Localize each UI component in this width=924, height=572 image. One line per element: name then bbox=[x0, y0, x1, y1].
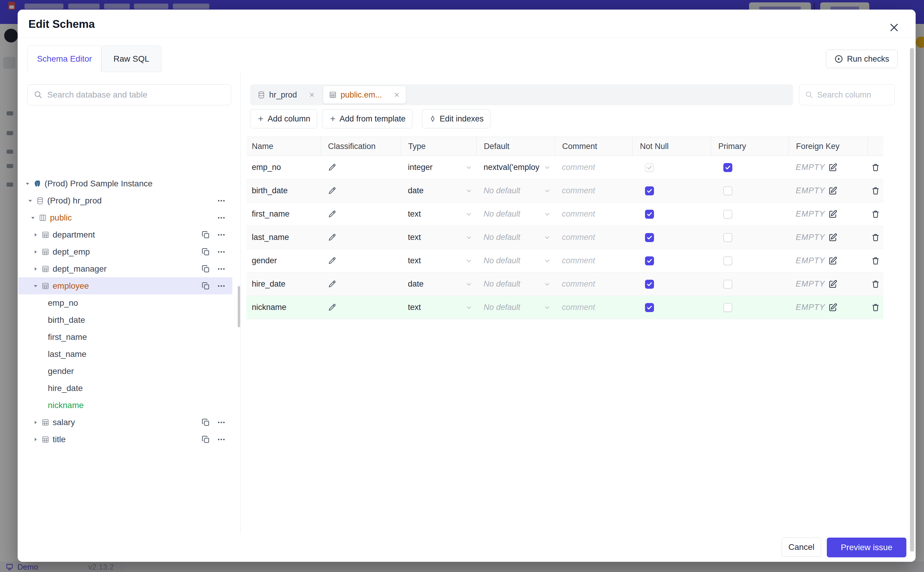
type-select[interactable]: integer bbox=[401, 156, 476, 179]
preview-issue-button[interactable]: Preview issue bbox=[827, 538, 906, 557]
more-actions-icon[interactable] bbox=[217, 418, 226, 427]
tree-item--prod-hr_prod[interactable]: (Prod) hr_prod bbox=[18, 192, 233, 209]
caret-down-icon[interactable] bbox=[29, 214, 36, 221]
edit-classification-icon[interactable] bbox=[328, 210, 337, 219]
edit-indexes-button[interactable]: Edit indexes bbox=[422, 109, 490, 128]
duplicate-table-icon[interactable] bbox=[201, 281, 210, 291]
type-select[interactable]: date bbox=[401, 179, 476, 202]
close-tab-icon[interactable] bbox=[308, 91, 315, 98]
more-actions-icon[interactable] bbox=[217, 230, 226, 239]
more-actions-icon[interactable] bbox=[217, 264, 226, 274]
tree-column-birth_date[interactable]: birth_date bbox=[18, 311, 233, 328]
not-null-checkbox[interactable] bbox=[645, 256, 654, 265]
run-checks-button[interactable]: Run checks bbox=[826, 50, 898, 68]
tree-column-hire_date[interactable]: hire_date bbox=[18, 380, 233, 397]
tree-item-public[interactable]: public bbox=[18, 209, 233, 226]
tree-item--prod-prod-sample-instance[interactable]: (Prod) Prod Sample Instance bbox=[18, 175, 233, 192]
comment-input[interactable]: comment bbox=[555, 202, 633, 225]
type-select[interactable]: text bbox=[401, 296, 476, 319]
duplicate-table-icon[interactable] bbox=[201, 230, 210, 239]
tree-item-dept_emp[interactable]: dept_emp bbox=[18, 243, 233, 260]
edit-foreign-key-icon[interactable] bbox=[828, 280, 837, 289]
primary-checkbox[interactable] bbox=[723, 210, 732, 219]
delete-column-icon[interactable] bbox=[871, 256, 881, 266]
type-select[interactable]: text bbox=[401, 226, 476, 249]
not-null-checkbox[interactable] bbox=[645, 187, 654, 195]
column-name-cell[interactable]: last_name bbox=[247, 226, 321, 249]
comment-input[interactable]: comment bbox=[555, 249, 633, 272]
editor-tab-public-em-[interactable]: public.em... bbox=[323, 86, 406, 104]
default-select[interactable]: No default bbox=[476, 272, 555, 295]
column-name-cell[interactable]: gender bbox=[247, 249, 321, 272]
duplicate-table-icon[interactable] bbox=[201, 247, 210, 256]
more-actions-icon[interactable] bbox=[217, 213, 226, 222]
default-select[interactable]: nextval('employ bbox=[476, 156, 555, 179]
edit-foreign-key-icon[interactable] bbox=[828, 163, 837, 172]
edit-foreign-key-icon[interactable] bbox=[828, 256, 837, 266]
edit-foreign-key-icon[interactable] bbox=[828, 186, 837, 196]
add-from-template-button[interactable]: Add from template bbox=[322, 109, 412, 128]
default-select[interactable]: No default bbox=[476, 226, 555, 249]
caret-right-icon[interactable] bbox=[32, 232, 39, 238]
not-null-checkbox[interactable] bbox=[645, 233, 654, 242]
comment-input[interactable]: comment bbox=[555, 226, 633, 249]
modal-scrollbar[interactable] bbox=[910, 48, 914, 552]
primary-checkbox[interactable] bbox=[723, 187, 732, 195]
editor-tab-hr_prod[interactable]: hr_prod bbox=[252, 86, 321, 104]
caret-right-icon[interactable] bbox=[32, 266, 39, 272]
primary-checkbox[interactable] bbox=[723, 256, 732, 265]
tree-search-input[interactable] bbox=[27, 84, 231, 105]
duplicate-table-icon[interactable] bbox=[201, 264, 210, 274]
tree-item-title[interactable]: title bbox=[18, 431, 233, 448]
tree-item-department[interactable]: department bbox=[18, 226, 233, 243]
primary-checkbox[interactable] bbox=[723, 303, 732, 312]
default-select[interactable]: No default bbox=[476, 249, 555, 272]
not-null-checkbox[interactable] bbox=[645, 303, 654, 312]
edit-classification-icon[interactable] bbox=[328, 187, 337, 195]
column-name-cell[interactable]: nickname bbox=[247, 296, 321, 319]
edit-classification-icon[interactable] bbox=[328, 163, 337, 172]
column-search-input[interactable] bbox=[799, 84, 895, 105]
edit-classification-icon[interactable] bbox=[328, 256, 337, 265]
more-actions-icon[interactable] bbox=[217, 247, 226, 256]
default-select[interactable]: No default bbox=[476, 202, 555, 225]
duplicate-table-icon[interactable] bbox=[201, 435, 210, 444]
caret-down-icon[interactable] bbox=[32, 283, 39, 289]
cancel-button[interactable]: Cancel bbox=[782, 538, 821, 557]
default-select[interactable]: No default bbox=[476, 179, 555, 202]
add-column-button[interactable]: Add column bbox=[250, 109, 317, 128]
caret-right-icon[interactable] bbox=[32, 249, 39, 255]
sidebar-scrollbar[interactable] bbox=[238, 286, 240, 327]
caret-right-icon[interactable] bbox=[32, 419, 39, 426]
edit-classification-icon[interactable] bbox=[328, 233, 337, 242]
comment-input[interactable]: comment bbox=[555, 179, 633, 202]
delete-column-icon[interactable] bbox=[871, 280, 881, 289]
delete-column-icon[interactable] bbox=[871, 163, 881, 172]
not-null-checkbox[interactable] bbox=[645, 280, 654, 289]
caret-right-icon[interactable] bbox=[32, 436, 39, 443]
not-null-checkbox[interactable] bbox=[645, 210, 654, 219]
comment-input[interactable]: comment bbox=[555, 156, 633, 179]
delete-column-icon[interactable] bbox=[871, 186, 881, 196]
column-name-cell[interactable]: birth_date bbox=[247, 179, 321, 202]
tab-raw-sql[interactable]: Raw SQL bbox=[101, 45, 161, 72]
default-select[interactable]: No default bbox=[476, 296, 555, 319]
edit-classification-icon[interactable] bbox=[328, 280, 337, 289]
tree-column-nickname[interactable]: nickname bbox=[18, 397, 233, 414]
tree-column-last_name[interactable]: last_name bbox=[18, 345, 233, 362]
more-actions-icon[interactable] bbox=[217, 196, 226, 205]
type-select[interactable]: date bbox=[401, 272, 476, 295]
primary-checkbox[interactable] bbox=[723, 163, 732, 172]
duplicate-table-icon[interactable] bbox=[201, 418, 210, 427]
tab-schema-editor[interactable]: Schema Editor bbox=[28, 45, 101, 72]
column-name-cell[interactable]: emp_no bbox=[247, 156, 321, 179]
comment-input[interactable]: comment bbox=[555, 272, 633, 295]
column-name-cell[interactable]: hire_date bbox=[247, 272, 321, 295]
edit-foreign-key-icon[interactable] bbox=[828, 233, 837, 242]
delete-column-icon[interactable] bbox=[871, 210, 881, 219]
delete-column-icon[interactable] bbox=[871, 303, 881, 312]
tree-column-first_name[interactable]: first_name bbox=[18, 328, 233, 345]
primary-checkbox[interactable] bbox=[723, 280, 732, 289]
edit-foreign-key-icon[interactable] bbox=[828, 303, 837, 312]
edit-foreign-key-icon[interactable] bbox=[828, 210, 837, 219]
